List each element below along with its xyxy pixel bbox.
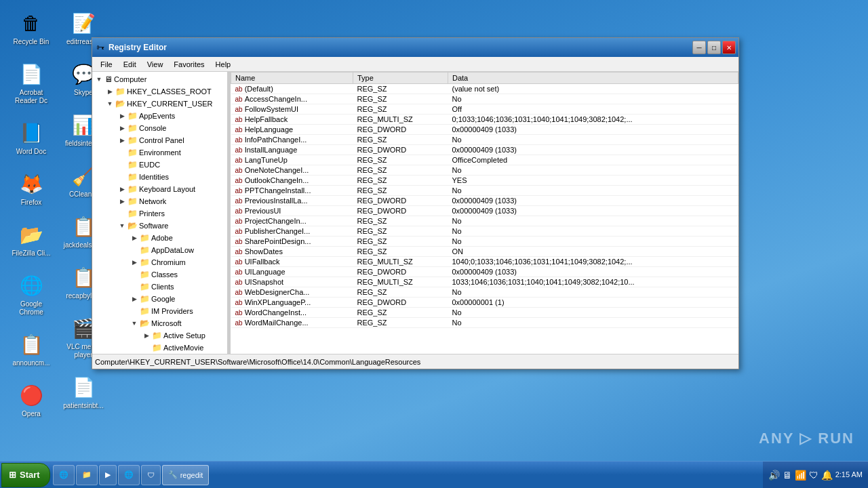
table-row[interactable]: abInfoPathChangeI...REG_SZNo <box>231 135 738 145</box>
reg-value-icon: ab <box>235 126 243 134</box>
table-row[interactable]: abUISnapshotREG_MULTI_SZ1033;1046;1036;1… <box>231 277 738 287</box>
taskbar-regedit[interactable]: 🔧 regedit <box>162 465 210 485</box>
table-row[interactable]: abWinXPLanguageP...REG_DWORD0x00000001 (… <box>231 298 738 308</box>
tree-hkcr[interactable]: ▶ 📁 HKEY_CLASSES_ROOT <box>92 85 227 98</box>
tray-display-icon[interactable]: 🖥 <box>783 470 792 481</box>
tree-label-appevents: AppEvents <box>139 110 175 121</box>
table-row[interactable]: abOneNoteChangeI...REG_SZNo <box>231 165 738 176</box>
tree-activesetup[interactable]: ▶ 📁 Active Setup <box>92 329 227 342</box>
tree-appdatalow[interactable]: 📁 AppDataLow <box>92 244 227 256</box>
tree-keyboardlayout[interactable]: ▶ 📁 Keyboard Layout <box>92 183 227 195</box>
start-button[interactable]: ⊞ Start <box>1 463 50 487</box>
table-row[interactable]: abFollowSystemUIREG_SZOff <box>231 104 738 115</box>
desktop-icon-filezilla[interactable]: 📂 FileZilla Cli... <box>7 218 56 260</box>
tray-security-icon[interactable]: 🛡 <box>809 470 818 481</box>
table-row[interactable]: ab(Default)REG_SZ(value not set) <box>231 84 738 94</box>
table-row[interactable]: abInstallLanguageREG_DWORD0x00000409 (10… <box>231 145 738 155</box>
table-row[interactable]: abUIFallbackREG_MULTI_SZ1040;0;1033;1046… <box>231 257 738 267</box>
folder-icon-tb: 📁 <box>82 470 92 479</box>
table-row[interactable]: abPreviousUIREG_DWORD0x00000409 (1033) <box>231 206 738 216</box>
tray-flag-icon[interactable]: 🔔 <box>821 470 833 481</box>
menu-bar: FileEditViewFavoritesHelp <box>92 57 738 72</box>
main-content: ▼ 🖥 Computer ▶ 📁 HKEY_CLASSES_ROOT ▼ 📂 H… <box>92 72 738 354</box>
table-row[interactable]: abUILanguageREG_DWORD0x00000409 (1033) <box>231 267 738 277</box>
close-button[interactable]: ✕ <box>722 41 736 54</box>
table-row[interactable]: abHelpLanguageREG_DWORD0x00000409 (1033) <box>231 125 738 135</box>
table-row[interactable]: abOutlookChangeIn...REG_SZYES <box>231 176 738 186</box>
tree-label-hkcr: HKEY_CLASSES_ROOT <box>127 86 212 97</box>
desktop-icon-opera[interactable]: 🔴 Opera <box>7 379 56 421</box>
desktop-icon-google-chrome[interactable]: 🌐 Google Chrome <box>7 269 56 319</box>
window-title: Registry Editor <box>108 43 692 52</box>
taskbar-shield[interactable]: 🛡 <box>141 465 161 485</box>
tree-console[interactable]: ▶ 📁 Console <box>92 122 227 134</box>
table-row[interactable]: abPublisherChangeI...REG_SZNo <box>231 226 738 237</box>
tree-toggle-hkcr[interactable]: ▶ <box>104 86 115 97</box>
tree-toggle-hkcu[interactable]: ▼ <box>104 98 115 109</box>
desktop-icon-acrobat[interactable]: 📄 Acrobat Reader Dc <box>7 58 56 108</box>
tree-computer[interactable]: ▼ 🖥 Computer <box>92 73 227 85</box>
table-row[interactable]: abLangTuneUpREG_SZOfficeCompleted <box>231 155 738 165</box>
desktop-icon-patientsinbt[interactable]: 📄 patientsinbt... <box>59 371 108 413</box>
table-row[interactable]: abProjectChangeIn...REG_SZNo <box>231 216 738 226</box>
tree-printers[interactable]: 📁 Printers <box>92 207 227 220</box>
tree-chromium[interactable]: ▶ 📁 Chromium <box>92 256 227 268</box>
maximize-button[interactable]: □ <box>707 41 721 54</box>
tree-eudc[interactable]: 📁 EUDC <box>92 159 227 171</box>
desktop-icon-firefox[interactable]: 🦊 Firefox <box>7 167 56 209</box>
tree-software[interactable]: ▼ 📂 Software <box>92 220 227 232</box>
desktop-icon-recycle-bin[interactable]: 🗑 Recycle Bin <box>7 7 56 49</box>
taskbar-folder[interactable]: 📁 <box>76 465 98 485</box>
tree-improviders[interactable]: 📁 IM Providers <box>92 305 227 317</box>
tree-classes[interactable]: 📁 Classes <box>92 268 227 281</box>
desktop-icon-announ[interactable]: 📋 announcm... <box>7 328 56 370</box>
table-row[interactable]: abWordMailChange...REG_SZNo <box>231 318 738 328</box>
reg-value-icon: ab <box>235 309 243 317</box>
tree-controlpanel[interactable]: ▶ 📁 Control Panel <box>92 134 227 146</box>
col-type[interactable]: Type <box>353 73 448 84</box>
reg-value-icon: ab <box>235 116 243 123</box>
folder-icon: 📁 <box>115 86 125 97</box>
tree-network[interactable]: ▶ 📁 Network <box>92 195 227 207</box>
regedit-label: regedit <box>180 471 203 479</box>
tree-environment[interactable]: 📁 Environment <box>92 146 227 159</box>
menu-favorites[interactable]: Favorites <box>168 59 210 70</box>
table-row[interactable]: abAccessChangeIn...REG_SZNo <box>231 94 738 104</box>
tray-time: 2:15 AM <box>835 470 863 479</box>
tree-label-hkcu: HKEY_CURRENT_USER <box>127 98 213 109</box>
tree-toggle[interactable]: ▼ <box>94 74 104 85</box>
desktop-icon-word[interactable]: 📘 Word Doc <box>7 117 56 159</box>
menu-view[interactable]: View <box>142 59 169 70</box>
tray-network-icon[interactable]: 📶 <box>795 470 806 481</box>
taskbar-ie[interactable]: 🌐 <box>53 465 75 485</box>
tree-toggle-appevents[interactable]: ▶ <box>117 110 127 121</box>
reg-value-icon: ab <box>235 106 243 113</box>
menu-file[interactable]: File <box>95 59 118 70</box>
menu-help[interactable]: Help <box>210 59 237 70</box>
table-row[interactable]: abSharePointDesign...REG_SZNo <box>231 237 738 247</box>
tree-activemovie[interactable]: 📁 ActiveMovie <box>92 342 227 354</box>
tray-sound-icon[interactable]: 🔊 <box>768 470 780 481</box>
table-row[interactable]: abPreviousInstallLa...REG_DWORD0x0000040… <box>231 196 738 206</box>
menu-edit[interactable]: Edit <box>118 59 142 70</box>
table-row[interactable]: abHelpFallbackREG_MULTI_SZ0;1033;1046;10… <box>231 115 738 125</box>
tree-panel[interactable]: ▼ 🖥 Computer ▶ 📁 HKEY_CLASSES_ROOT ▼ 📂 H… <box>92 72 228 354</box>
table-row[interactable]: abWordChangeInst...REG_SZNo <box>231 308 738 318</box>
tree-google[interactable]: ▶ 📁 Google <box>92 293 227 305</box>
tree-adobe[interactable]: ▶ 📁 Adobe <box>92 232 227 244</box>
taskbar-media[interactable]: ▶ <box>99 465 117 485</box>
tree-identities[interactable]: 📁 Identities <box>92 171 227 183</box>
tree-microsoft[interactable]: ▼ 📂 Microsoft <box>92 317 227 329</box>
col-data[interactable]: Data <box>448 73 738 84</box>
tree-hkcu[interactable]: ▼ 📂 HKEY_CURRENT_USER <box>92 98 227 110</box>
tree-appevents[interactable]: ▶ 📁 AppEvents <box>92 110 227 122</box>
col-name[interactable]: Name <box>231 73 353 84</box>
taskbar-chrome[interactable]: 🌐 <box>118 465 140 485</box>
tree-clients[interactable]: 📁 Clients <box>92 281 227 293</box>
windows-logo: ⊞ <box>9 470 16 480</box>
table-row[interactable]: abShowDatesREG_SZON <box>231 247 738 257</box>
table-row[interactable]: abPPTChangeInstall...REG_SZNo <box>231 186 738 196</box>
table-row[interactable]: abWebDesignerCha...REG_SZNo <box>231 287 738 298</box>
minimize-button[interactable]: ─ <box>692 41 706 54</box>
tree-label-activesetup: Active Setup <box>163 330 205 341</box>
